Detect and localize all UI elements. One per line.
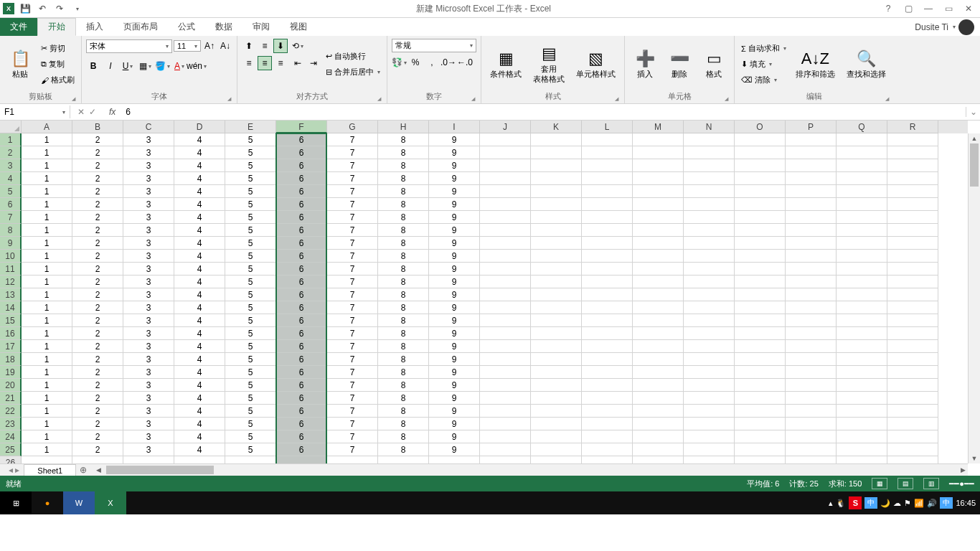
increase-font-icon[interactable]: A↑ <box>202 39 217 53</box>
cell[interactable]: 3 <box>123 146 174 159</box>
cell[interactable]: 3 <box>123 366 174 379</box>
cell[interactable]: 1 <box>22 288 72 301</box>
cell[interactable] <box>531 301 582 314</box>
cell[interactable] <box>633 392 684 405</box>
cell[interactable]: 8 <box>378 418 429 430</box>
excel-logo-icon[interactable]: X <box>3 3 14 14</box>
cell[interactable]: 3 <box>123 172 174 185</box>
tray-moon-icon[interactable]: 🌙 <box>880 499 890 508</box>
cell[interactable]: 6 <box>276 301 327 314</box>
cell[interactable]: 7 <box>327 379 378 392</box>
cell[interactable] <box>786 392 837 405</box>
cell[interactable]: 2 <box>72 340 123 353</box>
cell[interactable] <box>531 185 582 198</box>
cell[interactable] <box>582 198 633 211</box>
cell[interactable] <box>837 301 887 314</box>
cell[interactable] <box>786 133 837 146</box>
row-header[interactable]: 11 <box>0 263 22 276</box>
cancel-formula-icon[interactable]: ✕ <box>77 107 85 117</box>
cell[interactable] <box>887 211 938 224</box>
cell[interactable]: 6 <box>276 327 327 340</box>
cell[interactable]: 3 <box>123 405 174 418</box>
row-header[interactable]: 14 <box>0 301 22 314</box>
insert-cells-button[interactable]: ➕插入 <box>629 39 661 90</box>
cell[interactable] <box>735 314 786 327</box>
cell[interactable]: 6 <box>276 185 327 198</box>
cell[interactable]: 4 <box>174 146 225 159</box>
cell[interactable] <box>684 392 735 405</box>
font-name-combo[interactable]: 宋体▾ <box>86 39 172 53</box>
cell[interactable] <box>633 418 684 430</box>
cell[interactable]: 6 <box>276 172 327 185</box>
font-size-combo[interactable]: 11▾ <box>174 40 201 52</box>
cell[interactable] <box>887 366 938 379</box>
cell[interactable]: 7 <box>327 340 378 353</box>
cell[interactable] <box>735 288 786 301</box>
cell[interactable] <box>633 211 684 224</box>
cell[interactable] <box>633 159 684 172</box>
cell[interactable] <box>887 263 938 276</box>
cell[interactable]: 8 <box>378 276 429 288</box>
row-header[interactable]: 1 <box>0 133 22 146</box>
cell[interactable] <box>633 379 684 392</box>
cell[interactable]: 8 <box>378 392 429 405</box>
cell[interactable] <box>887 314 938 327</box>
cell[interactable] <box>582 301 633 314</box>
cell[interactable] <box>786 366 837 379</box>
cell[interactable] <box>735 185 786 198</box>
cell[interactable] <box>531 133 582 146</box>
qat-customize-icon[interactable]: ▾ <box>70 2 83 15</box>
cell[interactable] <box>786 198 837 211</box>
row-header[interactable]: 22 <box>0 405 22 418</box>
cell[interactable]: 1 <box>22 327 72 340</box>
cell[interactable]: 8 <box>378 198 429 211</box>
cell[interactable]: 7 <box>327 366 378 379</box>
cell[interactable] <box>582 443 633 456</box>
cell[interactable] <box>480 198 531 211</box>
cell[interactable] <box>735 198 786 211</box>
cell[interactable] <box>786 327 837 340</box>
cell[interactable]: 8 <box>378 327 429 340</box>
cell[interactable] <box>684 405 735 418</box>
vscroll-thumb[interactable] <box>970 143 979 187</box>
cell[interactable] <box>480 418 531 430</box>
scroll-up-icon[interactable]: ▲ <box>969 133 980 143</box>
cell[interactable] <box>786 224 837 237</box>
cell[interactable]: 6 <box>276 430 327 443</box>
cell[interactable] <box>480 159 531 172</box>
column-header[interactable]: K <box>531 121 582 133</box>
cell[interactable]: 9 <box>429 366 480 379</box>
cell[interactable]: 7 <box>327 224 378 237</box>
cell[interactable]: 3 <box>123 301 174 314</box>
page-layout-view-icon[interactable]: ▤ <box>897 478 913 489</box>
cell[interactable]: 8 <box>378 405 429 418</box>
cell[interactable]: 7 <box>327 263 378 276</box>
cell[interactable]: 3 <box>123 418 174 430</box>
cell[interactable] <box>837 224 887 237</box>
cell[interactable] <box>684 237 735 250</box>
cell[interactable] <box>684 224 735 237</box>
cell[interactable] <box>887 430 938 443</box>
cell[interactable]: 1 <box>22 133 72 146</box>
cell[interactable]: 3 <box>123 327 174 340</box>
cell[interactable]: 5 <box>225 443 276 456</box>
cell[interactable]: 4 <box>174 443 225 456</box>
cell[interactable]: 9 <box>429 405 480 418</box>
cell[interactable] <box>837 288 887 301</box>
cell[interactable]: 5 <box>225 185 276 198</box>
cell[interactable] <box>735 237 786 250</box>
cell[interactable]: 5 <box>225 418 276 430</box>
cell[interactable] <box>684 250 735 263</box>
enter-formula-icon[interactable]: ✓ <box>89 107 96 117</box>
cell[interactable] <box>480 392 531 405</box>
cell[interactable]: 2 <box>72 327 123 340</box>
cell[interactable] <box>633 314 684 327</box>
cell[interactable] <box>837 263 887 276</box>
cell[interactable]: 5 <box>225 250 276 263</box>
cell[interactable]: 9 <box>429 237 480 250</box>
cell[interactable]: 1 <box>22 250 72 263</box>
cell[interactable] <box>735 276 786 288</box>
cell[interactable]: 5 <box>225 224 276 237</box>
cell[interactable] <box>531 392 582 405</box>
cell[interactable] <box>887 250 938 263</box>
